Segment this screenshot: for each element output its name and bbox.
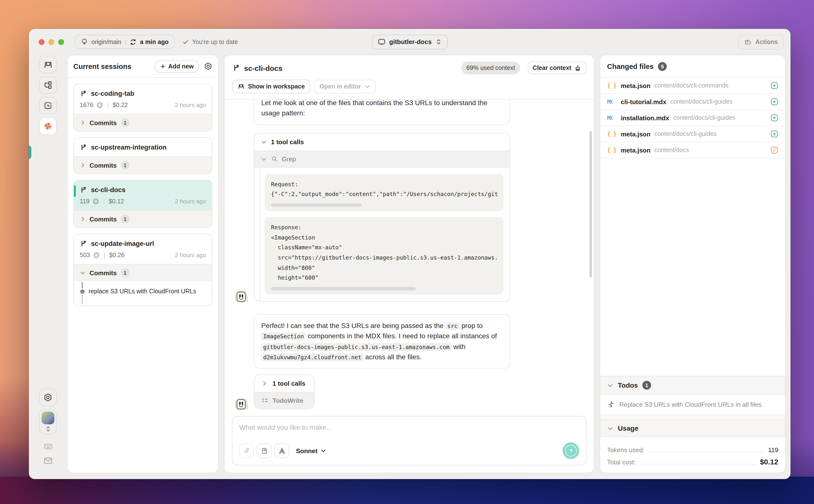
- running-person-icon: [607, 401, 614, 408]
- paperclip-icon: [243, 447, 250, 454]
- sessions-settings-button[interactable]: [204, 62, 212, 70]
- project-icon: [377, 38, 385, 46]
- model-provider-icon: [278, 447, 285, 454]
- user-menu[interactable]: [39, 409, 57, 434]
- branch-status-pill[interactable]: origin/main | a min ago: [75, 35, 174, 49]
- horizontal-scrollbar[interactable]: [271, 203, 361, 207]
- todo-item[interactable]: Replace S3 URLs with CloudFront URLs in …: [600, 394, 785, 415]
- session-card-selected[interactable]: sc-cli-docs 119 | $0.12: [73, 180, 212, 228]
- commits-toggle[interactable]: Commits 1: [74, 264, 212, 281]
- keyboard-shortcuts-button[interactable]: [43, 442, 53, 451]
- mdx-file-icon: MX: [607, 115, 617, 121]
- todos-section-header[interactable]: Todos 1: [600, 376, 785, 394]
- session-cost: $0.22: [112, 102, 128, 109]
- usage-body: Tokens used: 119 Total cost: $0.12: [600, 437, 785, 473]
- zoom-window-button[interactable]: [58, 39, 64, 45]
- changed-file-row[interactable]: { }meta.jsoncontent/docs/cli-guides: [600, 126, 785, 142]
- file-path: content/docs/cli-guides: [654, 131, 716, 137]
- session-tokens: 1676: [80, 102, 93, 109]
- changed-file-row[interactable]: MXinstallation.mdxcontent/docs/cli-guide…: [600, 110, 785, 126]
- commits-toggle[interactable]: Commits 1: [74, 210, 212, 227]
- composer-input[interactable]: [239, 423, 579, 431]
- gear-hexagon-icon: [44, 393, 52, 402]
- session-name: sc-update-image-url: [91, 240, 154, 247]
- file-path: content/docs/cli-guides: [670, 98, 732, 105]
- changed-file-row[interactable]: MXcli-tutorial.mdxcontent/docs/cli-guide…: [600, 94, 785, 110]
- agent-sessions-button[interactable]: [39, 117, 57, 135]
- project-switcher[interactable]: gitbutler-docs: [371, 34, 448, 49]
- todo-text: Replace S3 URLs with CloudFront URLs in …: [619, 401, 762, 408]
- horizontal-scrollbar[interactable]: [271, 287, 416, 290]
- tool-response-code: Response: <ImageSection className="mx-au…: [271, 222, 497, 283]
- commit-message[interactable]: replace S3 URLs with CloudFront URLs: [89, 288, 196, 295]
- chevron-down-icon: [607, 425, 614, 431]
- branches-view-button[interactable]: [39, 76, 57, 94]
- commits-toggle[interactable]: Commits 1: [74, 156, 212, 174]
- send-button[interactable]: [563, 442, 579, 459]
- vertical-scrollbar[interactable]: [590, 131, 592, 278]
- clear-context-button[interactable]: Clear context: [528, 62, 586, 74]
- session-card[interactable]: sc-coding-tab 1676 | $0.22: [73, 84, 212, 131]
- conversation-scroll-area[interactable]: the docs pages reference images in the p…: [224, 100, 594, 411]
- add-new-session-button[interactable]: Add new: [155, 60, 199, 73]
- session-name: sc-coding-tab: [91, 90, 134, 97]
- inline-code: gitbutler-docs-images-public.s3.us-east-…: [261, 343, 452, 351]
- git-branch-icon: [80, 240, 87, 247]
- changed-files-panel: Changed files 5 { }meta.jsoncontent/docs…: [600, 55, 786, 473]
- changed-file-row[interactable]: { }meta.jsoncontent/docs/cli-commands: [600, 78, 785, 94]
- chevron-down-icon: [80, 270, 86, 276]
- attach-file-button[interactable]: [239, 443, 254, 458]
- chevron-down-icon: [607, 382, 614, 388]
- todowrite-tool-row[interactable]: TodoWrite: [254, 392, 314, 409]
- starburst-icon: [43, 121, 53, 131]
- open-in-editor-button[interactable]: Open in editor: [314, 80, 375, 93]
- remote-branch-icon: [81, 38, 88, 45]
- session-detail-panel: sc-cli-docs 69% used context Clear conte…: [224, 55, 594, 473]
- chevron-right-icon: [80, 162, 86, 168]
- inline-code: d2m1ukvwmu7gz4.cloudfront.net: [261, 353, 363, 361]
- chevron-down-icon: [320, 448, 326, 454]
- grep-tool-toggle[interactable]: Grep: [254, 150, 510, 167]
- show-in-workspace-button[interactable]: Show in workspace: [232, 80, 310, 93]
- token-icon: [92, 198, 99, 205]
- settings-button[interactable]: [39, 389, 57, 406]
- git-branch-icon: [80, 144, 87, 151]
- keyboard-icon: [43, 442, 53, 451]
- workbench-icon: [238, 83, 244, 90]
- workspace-view-button[interactable]: [39, 56, 57, 73]
- file-path: content/docs/cli-commands: [654, 82, 728, 89]
- tool-calls-toggle[interactable]: 1 tool calls: [254, 375, 314, 392]
- tool-request-code: Request: {"-C":2,"output_mode":"content"…: [271, 179, 497, 199]
- history-view-button[interactable]: [39, 97, 57, 114]
- tool-calls-toggle[interactable]: 1 tool calls: [254, 133, 510, 150]
- tokens-used-label: Tokens used:: [607, 446, 645, 454]
- changed-files-count: 5: [658, 62, 667, 71]
- session-card[interactable]: sc-upstream-integration Commits 1: [73, 137, 212, 174]
- sessions-panel: Current sessions Add new: [67, 55, 219, 473]
- check-icon: [182, 39, 189, 45]
- commits-toggle[interactable]: Commits 1: [74, 114, 212, 131]
- mail-icon: [43, 456, 53, 465]
- actions-button[interactable]: Actions: [738, 34, 784, 49]
- minimize-window-button[interactable]: [48, 39, 54, 45]
- search-icon: [271, 155, 278, 162]
- workbench-icon: [43, 60, 53, 69]
- changed-file-row[interactable]: { }meta.jsoncontent/docs: [600, 142, 785, 158]
- file-path: content/docs/cli-guides: [673, 114, 735, 121]
- model-provider-button[interactable]: [274, 443, 289, 458]
- session-time: 2 hours ago: [175, 102, 206, 109]
- tool-response-block: Response: <ImageSection className="mx-au…: [265, 217, 503, 295]
- usage-section-header[interactable]: Usage: [600, 419, 785, 437]
- session-name: sc-cli-docs: [91, 186, 125, 194]
- session-card[interactable]: sc-update-image-url 503 | $0.: [73, 234, 212, 306]
- chevron-down-icon: [261, 156, 267, 162]
- plus-icon: [160, 63, 166, 69]
- prompt-library-button[interactable]: [257, 443, 271, 458]
- session-tokens: 503: [80, 252, 90, 259]
- close-window-button[interactable]: [39, 39, 44, 45]
- project-name: gitbutler-docs: [389, 38, 432, 45]
- file-name: meta.json: [621, 146, 650, 154]
- feedback-button[interactable]: [43, 456, 53, 465]
- context-usage-pill: 69% used context: [462, 62, 520, 74]
- model-select[interactable]: Sonnet: [296, 447, 326, 454]
